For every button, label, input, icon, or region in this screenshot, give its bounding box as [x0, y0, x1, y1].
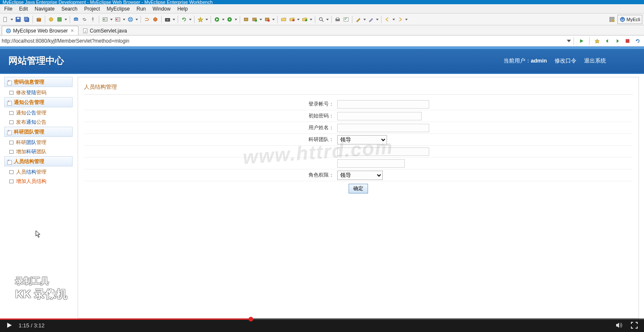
run-icon[interactable] — [213, 16, 221, 23]
select-role[interactable]: 领导 — [337, 171, 383, 180]
sidebar-header-team[interactable]: 科研团队管理 — [4, 127, 73, 137]
dropdown-icon[interactable] — [376, 16, 379, 23]
url-input[interactable] — [0, 37, 566, 45]
menu-run[interactable]: Run — [133, 6, 149, 12]
dropdown-icon[interactable] — [392, 16, 395, 23]
dropdown-icon[interactable] — [405, 16, 408, 23]
star-icon[interactable] — [197, 16, 204, 23]
menu-file[interactable]: File — [1, 6, 16, 12]
forward-icon[interactable] — [396, 16, 404, 23]
box2-icon[interactable] — [251, 16, 258, 23]
link-change-password[interactable]: 修改口令 — [555, 57, 576, 65]
print-icon[interactable] — [334, 16, 341, 23]
g2-icon[interactable] — [114, 16, 122, 23]
camera-icon[interactable] — [164, 16, 171, 23]
deploy-icon[interactable] — [47, 16, 55, 23]
fullscreen-icon[interactable] — [630, 321, 638, 329]
dropdown-icon[interactable] — [10, 16, 14, 23]
dropdown-icon[interactable] — [122, 16, 126, 23]
svg-point-21 — [229, 19, 230, 20]
svg-point-18 — [167, 19, 168, 20]
folder1-icon[interactable] — [280, 16, 287, 23]
folder3-icon[interactable] — [301, 16, 308, 23]
input-blank[interactable] — [337, 147, 429, 156]
play-icon[interactable] — [6, 322, 13, 329]
globe-icon[interactable] — [127, 16, 134, 23]
dropdown-icon[interactable] — [205, 16, 208, 23]
input-login[interactable] — [337, 100, 429, 109]
menu-help[interactable]: Help — [174, 6, 191, 12]
open-perspective-icon[interactable] — [608, 16, 616, 23]
pin-icon[interactable] — [89, 16, 97, 23]
dropdown-icon[interactable] — [259, 16, 262, 23]
sidebar-item-change-login-pwd[interactable]: 修改登陆密码 — [4, 88, 73, 97]
back-icon[interactable] — [384, 16, 391, 23]
favorite-icon[interactable] — [593, 37, 601, 45]
start-server-icon[interactable] — [56, 16, 63, 23]
sidebar-item-notice-publish[interactable]: 发布通知公告 — [4, 117, 73, 127]
checklist-icon[interactable] — [342, 16, 350, 23]
dropdown-icon[interactable] — [110, 16, 113, 23]
save-icon[interactable] — [14, 16, 22, 23]
dropdown-icon[interactable] — [172, 16, 176, 23]
box1-icon[interactable] — [242, 16, 250, 23]
sidebar-header-personnel[interactable]: 人员结构管理 — [4, 156, 73, 166]
dropdown-icon[interactable] — [135, 16, 138, 23]
refresh-icon[interactable] — [180, 16, 188, 23]
sidebar-item-personnel-manage[interactable]: 人员结构管理 — [4, 167, 73, 177]
perspective-myeclipse[interactable]: M MyEcli — [617, 15, 642, 24]
sidebar-header-notice[interactable]: 通知公告管理 — [4, 97, 73, 107]
menu-myeclipse[interactable]: MyEclipse — [103, 6, 133, 12]
input-blank2[interactable] — [337, 159, 405, 168]
dropdown-icon[interactable] — [189, 16, 192, 23]
go-icon[interactable] — [578, 37, 585, 45]
shuffle-icon[interactable] — [143, 16, 151, 23]
sidebar-header-password[interactable]: 密码信息管理 — [4, 77, 73, 87]
debug-icon[interactable] — [226, 16, 233, 23]
select-team[interactable]: 领导 — [337, 135, 387, 144]
menu-search[interactable]: Search — [58, 6, 81, 12]
link-logout[interactable]: 退出系统 — [584, 57, 606, 65]
menu-navigate[interactable]: Navigate — [31, 6, 58, 12]
tab-comservlet-java[interactable]: J ComServlet.java — [78, 26, 131, 35]
reload-icon[interactable] — [634, 37, 641, 45]
search-icon[interactable] — [317, 16, 325, 23]
sidebar-item-team-manage[interactable]: 科研团队管理 — [4, 138, 73, 147]
db-icon[interactable] — [72, 16, 80, 23]
link-icon[interactable] — [81, 16, 88, 23]
dropdown-icon[interactable] — [64, 16, 68, 23]
menu-edit[interactable]: Edit — [16, 6, 31, 12]
nav-back-icon[interactable] — [603, 37, 611, 45]
wand-icon[interactable] — [354, 16, 362, 23]
input-username[interactable] — [337, 124, 429, 132]
dropdown-icon[interactable] — [363, 16, 366, 23]
dropdown-icon[interactable] — [222, 16, 225, 23]
package-icon[interactable] — [35, 16, 43, 23]
stop-icon[interactable] — [624, 37, 631, 45]
dropdown-icon[interactable] — [272, 16, 275, 23]
new-icon[interactable] — [2, 16, 9, 23]
g1-icon[interactable] — [101, 16, 109, 23]
sidebar-item-notice-manage[interactable]: 通知公告管理 — [4, 108, 73, 117]
input-initpwd[interactable] — [337, 112, 422, 120]
volume-icon[interactable] — [615, 321, 623, 329]
ant-icon[interactable] — [152, 16, 159, 23]
dropdown-icon[interactable] — [234, 16, 238, 23]
menu-window[interactable]: Window — [149, 6, 174, 12]
box3-icon[interactable] — [263, 16, 271, 23]
video-progress-track[interactable] — [0, 318, 644, 320]
url-dropdown-icon[interactable] — [566, 37, 572, 45]
dropdown-icon[interactable] — [309, 16, 313, 23]
dropdown-icon[interactable] — [326, 16, 329, 23]
sidebar-item-team-add[interactable]: 增加科研团队 — [4, 147, 73, 156]
save-all-icon[interactable] — [23, 16, 30, 23]
nav-forward-icon[interactable] — [614, 37, 621, 45]
menu-project[interactable]: Project — [81, 6, 103, 12]
folder2-icon[interactable] — [288, 16, 296, 23]
submit-button[interactable]: 确定 — [349, 184, 368, 193]
close-icon[interactable]: ✕ — [70, 28, 75, 33]
wand2-icon[interactable] — [367, 16, 375, 23]
sidebar-item-personnel-add[interactable]: 增加人员结构 — [4, 177, 73, 186]
dropdown-icon[interactable] — [297, 16, 300, 23]
tab-myeclipse-web-browser[interactable]: MyEclipse Web Browser ✕ — [2, 26, 78, 35]
